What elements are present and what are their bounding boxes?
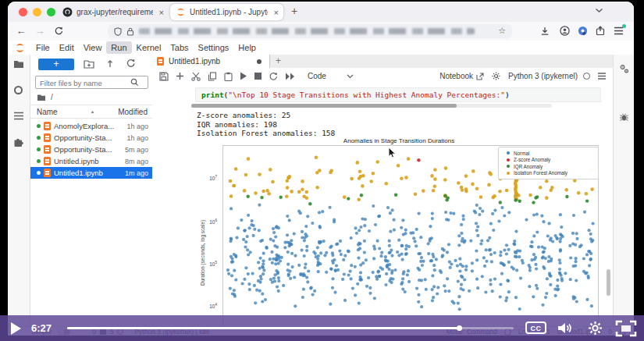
panel-menu-icon[interactable] [597, 73, 607, 80]
external-link-icon[interactable] [476, 73, 484, 80]
settings-gear-icon[interactable] [588, 321, 603, 336]
cell-type-dropdown[interactable]: Code [308, 72, 326, 80]
left-activity-bar [8, 55, 30, 326]
notebook-file-icon [44, 169, 51, 177]
kernel-name[interactable]: Python 3 (ipykernel) [508, 72, 578, 80]
menu-tabs[interactable]: Tabs [165, 41, 193, 54]
play-button[interactable] [11, 322, 22, 335]
cut-cells-icon[interactable] [191, 72, 201, 81]
code-line: print("\nTop 10 Stage Transitions with H… [196, 88, 600, 101]
notebook-mode-label: Notebook [439, 72, 473, 80]
stop-kernel-icon[interactable] [254, 73, 262, 80]
legend-item: IQR Anomaly [503, 163, 598, 170]
horizontal-scrollbar[interactable] [191, 104, 552, 108]
file-row[interactable]: Opportunity-Sta... 5m ago [30, 144, 153, 155]
tab-overflow-chevron-icon[interactable] [595, 8, 603, 13]
file-modified: 8m ago [125, 158, 148, 165]
restart-run-all-icon[interactable] [285, 73, 295, 80]
browser-tab-github[interactable]: grax-jupyter/requirements.txt a × [58, 4, 169, 20]
shield-icon [114, 27, 122, 36]
file-browser-icon[interactable] [13, 59, 24, 69]
fullscreen-icon[interactable] [615, 320, 637, 337]
menu-help[interactable]: Help [233, 41, 261, 54]
video-progress-track[interactable] [67, 327, 514, 329]
refresh-icon[interactable] [126, 59, 136, 69]
breadcrumb-root: / [51, 93, 53, 101]
window-close-button[interactable] [19, 8, 27, 16]
copy-cells-icon[interactable] [208, 72, 217, 81]
cell-output-text: Z-score anomalies: 25 IQR anomalies: 198… [197, 111, 335, 138]
address-bar[interactable]: ☆ [108, 24, 512, 38]
share-icon[interactable] [596, 26, 605, 36]
video-frame: { "browser": { "tabs": [ {"favicon": "gi… [0, 0, 644, 341]
chevron-down-icon[interactable] [347, 74, 354, 79]
horizontal-scrollbar-thumb[interactable] [191, 104, 457, 108]
gear-icon[interactable] [492, 72, 500, 80]
app-menu-icon[interactable] [614, 27, 624, 35]
breadcrumb[interactable]: / [37, 93, 53, 101]
document-tab-bar: Untitled1.ipynb + [152, 55, 613, 69]
file-modified: 1m ago [125, 169, 148, 177]
kernel-status-icon [583, 73, 590, 80]
code-cell[interactable]: print("\nTop 10 Stage Transitions with H… [195, 87, 601, 102]
y-tick-label: 106 [197, 218, 217, 225]
document-tab-title: Untitled1.ipynb [169, 57, 220, 66]
file-name: Untitled1.ipynb [54, 169, 103, 177]
upload-icon[interactable] [105, 59, 115, 69]
file-modified: 5m ago [125, 146, 148, 154]
file-row[interactable]: Opportunity-Sta... 1h ago [30, 132, 153, 144]
column-name[interactable]: Name [37, 108, 58, 116]
privacy-icon[interactable] [578, 26, 588, 36]
y-axis-label: Duration (seconds, log scale) [200, 220, 205, 286]
menu-file[interactable]: File [31, 41, 55, 54]
property-inspector-gears-icon[interactable] [619, 64, 629, 74]
menu-settings[interactable]: Settings [194, 41, 234, 54]
volume-icon[interactable] [557, 321, 575, 335]
running-sessions-icon[interactable] [14, 86, 23, 94]
vertical-scrollbar-thumb[interactable] [607, 269, 610, 296]
menu-edit[interactable]: Edit [55, 41, 79, 54]
file-row-selected[interactable]: Untitled1.ipynb 1m ago [30, 167, 153, 179]
file-row[interactable]: AnomolyExplora... 1h ago [30, 120, 153, 132]
document-tab[interactable]: Untitled1.ipynb [152, 55, 270, 68]
file-filter-box[interactable] [35, 76, 148, 89]
bookmark-star-icon[interactable]: ☆ [498, 26, 506, 36]
table-of-contents-icon[interactable] [13, 112, 24, 120]
file-row[interactable]: Untitled.ipynb 8m ago [30, 155, 153, 167]
account-icon[interactable] [560, 26, 570, 36]
menu-run[interactable]: Run [106, 41, 131, 54]
tab-close-icon[interactable]: × [159, 8, 164, 17]
download-icon[interactable] [540, 27, 550, 36]
add-cell-icon[interactable] [176, 72, 184, 80]
kernel-running-dot [37, 124, 41, 128]
new-document-tab-button[interactable]: + [276, 55, 281, 66]
kernel-running-dot [37, 171, 41, 175]
window-minimize-button[interactable] [33, 8, 41, 16]
notebook-file-icon [44, 122, 51, 130]
kernel-running-dot [37, 159, 41, 163]
video-playhead-knob[interactable] [457, 325, 462, 331]
new-launcher-button[interactable]: + [38, 59, 74, 70]
menu-kernel[interactable]: Kernel [132, 41, 166, 54]
column-modified[interactable]: Modified [118, 108, 148, 116]
tab-close-icon[interactable]: × [274, 8, 279, 17]
file-filter-input[interactable] [36, 77, 130, 87]
new-folder-icon[interactable] [84, 59, 94, 69]
menu-view[interactable]: View [79, 41, 107, 54]
back-icon[interactable]: ← [14, 22, 28, 41]
reload-icon[interactable] [52, 22, 66, 41]
y-tick-label: 107 [197, 175, 217, 181]
window-zoom-button[interactable] [47, 8, 55, 16]
browser-tab-jupyterlab[interactable]: Untitled1.ipynb - JupyterLab × [170, 4, 283, 20]
paste-cells-icon[interactable] [224, 72, 233, 81]
new-tab-button[interactable]: + [291, 5, 297, 17]
extension-manager-icon[interactable] [13, 137, 23, 147]
debugger-bug-icon[interactable] [619, 112, 629, 123]
save-icon[interactable] [159, 72, 169, 81]
closed-captions-button[interactable]: CC [525, 321, 546, 334]
mouse-cursor [388, 147, 397, 159]
sort-caret-icon[interactable]: ▲ [91, 109, 94, 114]
run-cell-icon[interactable] [240, 72, 247, 80]
restart-kernel-icon[interactable] [269, 72, 278, 81]
forward-icon[interactable]: → [33, 22, 47, 41]
